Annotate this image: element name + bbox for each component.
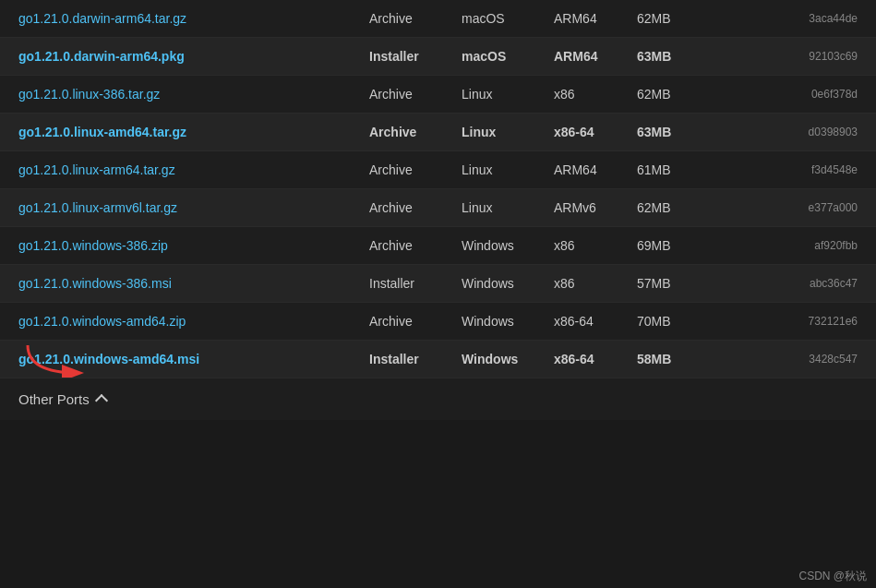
arch-cell: x86 [554, 276, 637, 291]
table-row: go1.21.0.linux-arm64.tar.gz Archive Linu… [0, 151, 876, 189]
table-row: go1.21.0.linux-amd64.tar.gz Archive Linu… [0, 114, 876, 151]
hash-cell: e377a000 [702, 201, 858, 214]
filename-cell[interactable]: go1.21.0.windows-386.zip [18, 238, 369, 253]
filename-cell[interactable]: go1.21.0.windows-386.msi [18, 276, 369, 291]
hash-cell: 3428c547 [702, 353, 858, 366]
hash-cell: d0398903 [702, 126, 858, 138]
arch-cell: x86 [554, 238, 637, 253]
size-cell: 61MB [637, 162, 702, 177]
hash-cell: 92103c69 [702, 50, 858, 63]
kind-cell: Installer [369, 352, 462, 366]
arch-cell: x86-64 [554, 352, 637, 366]
chevron-up-icon [95, 394, 108, 407]
os-cell: Windows [462, 276, 554, 291]
arch-cell: x86-64 [554, 314, 637, 329]
arch-cell: ARM64 [554, 11, 637, 26]
filename-cell[interactable]: go1.21.0.darwin-arm64.pkg [18, 49, 369, 64]
footer-bar: CSDN @秋说 [789, 565, 876, 588]
os-cell: Linux [462, 162, 554, 177]
table-row: go1.21.0.linux-armv6l.tar.gz Archive Lin… [0, 189, 876, 227]
table-row: go1.21.0.darwin-arm64.pkg Installer macO… [0, 38, 876, 76]
kind-cell: Archive [369, 11, 462, 26]
size-cell: 63MB [637, 49, 702, 64]
size-cell: 63MB [637, 125, 702, 139]
kind-cell: Archive [369, 87, 462, 102]
arch-cell: ARM64 [554, 162, 637, 177]
other-ports-label: Other Ports [18, 391, 90, 407]
os-cell: macOS [462, 49, 554, 64]
os-cell: Windows [462, 238, 554, 253]
size-cell: 62MB [637, 200, 702, 215]
filename-cell[interactable]: go1.21.0.darwin-arm64.tar.gz [18, 11, 369, 26]
hash-cell: af920fbb [702, 239, 858, 252]
size-cell: 57MB [637, 276, 702, 291]
hash-cell: abc36c47 [702, 277, 858, 290]
kind-cell: Archive [369, 314, 462, 329]
filename-cell[interactable]: go1.21.0.linux-arm64.tar.gz [18, 162, 369, 177]
hash-cell: 3aca44de [702, 12, 858, 25]
table-row: go1.21.0.linux-386.tar.gz Archive Linux … [0, 76, 876, 114]
hash-cell: 732121e6 [702, 315, 858, 328]
table-row: go1.21.0.windows-386.zip Archive Windows… [0, 227, 876, 265]
kind-cell: Installer [369, 49, 462, 64]
kind-cell: Archive [369, 200, 462, 215]
hash-cell: 0e6f378d [702, 88, 858, 101]
size-cell: 62MB [637, 11, 702, 26]
size-cell: 58MB [637, 352, 702, 366]
table-row: go1.21.0.windows-amd64.msi Installer Win… [0, 341, 876, 378]
kind-cell: Installer [369, 276, 462, 291]
red-arrow-icon [23, 341, 88, 378]
hash-cell: f3d4548e [702, 163, 858, 176]
filename-cell[interactable]: go1.21.0.linux-amd64.tar.gz [18, 125, 369, 139]
size-cell: 70MB [637, 314, 702, 329]
table-row: go1.21.0.windows-386.msi Installer Windo… [0, 265, 876, 303]
other-ports-section[interactable]: Other Ports [0, 378, 876, 420]
os-cell: macOS [462, 11, 554, 26]
arch-cell: ARMv6 [554, 200, 637, 215]
os-cell: Linux [462, 87, 554, 102]
arch-cell: x86 [554, 87, 637, 102]
kind-cell: Archive [369, 162, 462, 177]
kind-cell: Archive [369, 125, 462, 139]
arch-cell: ARM64 [554, 49, 637, 64]
filename-cell[interactable]: go1.21.0.linux-armv6l.tar.gz [18, 200, 369, 215]
footer-text: CSDN @秋说 [798, 570, 867, 582]
os-cell: Windows [462, 314, 554, 329]
arch-cell: x86-64 [554, 125, 637, 139]
table-row: go1.21.0.darwin-arm64.tar.gz Archive mac… [0, 0, 876, 38]
filename-cell[interactable]: go1.21.0.linux-386.tar.gz [18, 87, 369, 102]
downloads-table: go1.21.0.darwin-arm64.tar.gz Archive mac… [0, 0, 876, 378]
os-cell: Linux [462, 125, 554, 139]
os-cell: Windows [462, 352, 554, 366]
filename-cell[interactable]: go1.21.0.windows-amd64.zip [18, 314, 369, 329]
size-cell: 62MB [637, 87, 702, 102]
kind-cell: Archive [369, 238, 462, 253]
size-cell: 69MB [637, 238, 702, 253]
os-cell: Linux [462, 200, 554, 215]
table-row: go1.21.0.windows-amd64.zip Archive Windo… [0, 303, 876, 341]
